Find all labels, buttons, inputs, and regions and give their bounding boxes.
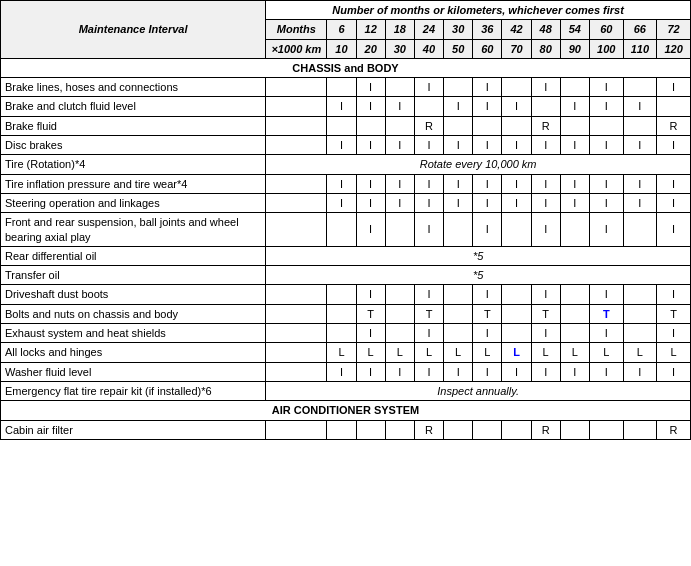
cell-11-4: [444, 285, 473, 304]
cell-14-5: L: [473, 343, 502, 362]
cell-18-2: [385, 420, 414, 439]
cell-6-0: I: [327, 174, 356, 193]
row-first-3: [266, 116, 327, 135]
cell-8-6: [502, 213, 531, 247]
row-first-13: [266, 324, 327, 343]
month-42: 42: [502, 20, 531, 39]
cell-18-4: [444, 420, 473, 439]
cell-1-7: I: [531, 78, 560, 97]
cell-7-6: I: [502, 193, 531, 212]
cell-11-7: I: [531, 285, 560, 304]
cell-4-7: I: [531, 136, 560, 155]
section-header-17: AIR CONDITIONER SYSTEM: [1, 401, 691, 420]
cell-6-9: I: [589, 174, 623, 193]
cell-13-10: [623, 324, 657, 343]
month-18: 18: [385, 20, 414, 39]
cell-13-1: I: [356, 324, 385, 343]
row-label-16: Emergency flat tire repair kit (if insta…: [1, 381, 266, 400]
cell-12-4: [444, 304, 473, 323]
cell-6-8: I: [560, 174, 589, 193]
cell-3-11: R: [657, 116, 691, 135]
row-label-10: Transfer oil: [1, 266, 266, 285]
row-first-11: [266, 285, 327, 304]
cell-4-5: I: [473, 136, 502, 155]
maintenance-table: Maintenance Interval Number of months or…: [0, 0, 691, 440]
row-first-2: [266, 97, 327, 116]
cell-2-10: I: [623, 97, 657, 116]
cell-13-7: I: [531, 324, 560, 343]
month-60: 60: [589, 20, 623, 39]
cell-3-8: [560, 116, 589, 135]
cell-14-1: L: [356, 343, 385, 362]
span-cell-5: Rotate every 10,000 km: [266, 155, 691, 174]
cell-6-11: I: [657, 174, 691, 193]
span-cell-9: *5: [266, 246, 691, 265]
cell-8-10: [623, 213, 657, 247]
row-label-4: Disc brakes: [1, 136, 266, 155]
km-120: 120: [657, 39, 691, 58]
cell-13-8: [560, 324, 589, 343]
cell-18-11: R: [657, 420, 691, 439]
row-label-12: Bolts and nuts on chassis and body: [1, 304, 266, 323]
month-24: 24: [414, 20, 443, 39]
km-40: 40: [414, 39, 443, 58]
cell-1-1: I: [356, 78, 385, 97]
cell-2-4: I: [444, 97, 473, 116]
cell-15-10: I: [623, 362, 657, 381]
cell-15-2: I: [385, 362, 414, 381]
cell-12-7: T: [531, 304, 560, 323]
cell-8-0: [327, 213, 356, 247]
cell-8-1: I: [356, 213, 385, 247]
cell-14-0: L: [327, 343, 356, 362]
cell-3-3: R: [414, 116, 443, 135]
cell-3-2: [385, 116, 414, 135]
cell-4-9: I: [589, 136, 623, 155]
cell-14-9: L: [589, 343, 623, 362]
span-cell-16: Inspect annually.: [266, 381, 691, 400]
cell-18-5: [473, 420, 502, 439]
cell-6-6: I: [502, 174, 531, 193]
cell-4-4: I: [444, 136, 473, 155]
cell-11-9: I: [589, 285, 623, 304]
row-label-15: Washer fluid level: [1, 362, 266, 381]
cell-15-3: I: [414, 362, 443, 381]
km-100: 100: [589, 39, 623, 58]
cell-6-4: I: [444, 174, 473, 193]
row-first-18: [266, 420, 327, 439]
cell-14-10: L: [623, 343, 657, 362]
month-54: 54: [560, 20, 589, 39]
cell-4-6: I: [502, 136, 531, 155]
cell-6-2: I: [385, 174, 414, 193]
cell-14-3: L: [414, 343, 443, 362]
cell-14-7: L: [531, 343, 560, 362]
cell-2-2: I: [385, 97, 414, 116]
cell-18-6: [502, 420, 531, 439]
cell-14-2: L: [385, 343, 414, 362]
km-30: 30: [385, 39, 414, 58]
row-label-18: Cabin air filter: [1, 420, 266, 439]
cell-12-9: T: [589, 304, 623, 323]
cell-4-2: I: [385, 136, 414, 155]
cell-3-0: [327, 116, 356, 135]
month-12: 12: [356, 20, 385, 39]
cell-1-9: I: [589, 78, 623, 97]
cell-13-2: [385, 324, 414, 343]
cell-13-6: [502, 324, 531, 343]
cell-18-3: R: [414, 420, 443, 439]
cell-15-1: I: [356, 362, 385, 381]
month-66: 66: [623, 20, 657, 39]
cell-11-11: I: [657, 285, 691, 304]
row-label-9: Rear differential oil: [1, 246, 266, 265]
cell-15-7: I: [531, 362, 560, 381]
row-first-4: [266, 136, 327, 155]
cell-3-6: [502, 116, 531, 135]
cell-7-10: I: [623, 193, 657, 212]
cell-1-2: [385, 78, 414, 97]
cell-15-8: I: [560, 362, 589, 381]
cell-12-11: T: [657, 304, 691, 323]
cell-7-1: I: [356, 193, 385, 212]
km-60: 60: [473, 39, 502, 58]
span-cell-10: *5: [266, 266, 691, 285]
cell-7-2: I: [385, 193, 414, 212]
cell-15-0: I: [327, 362, 356, 381]
